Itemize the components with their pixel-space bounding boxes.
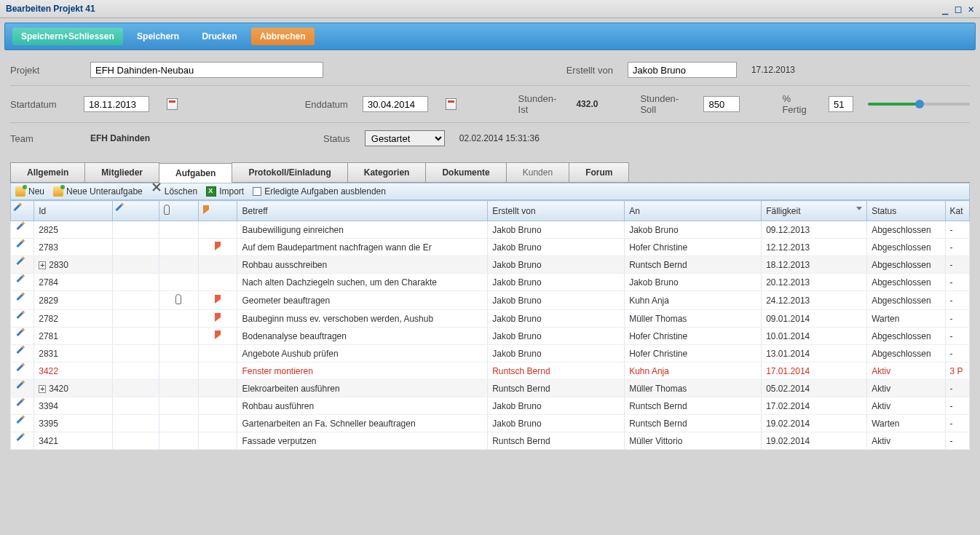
percent-slider[interactable] — [868, 103, 970, 106]
col-attachment-header[interactable] — [159, 201, 199, 221]
created-by-label: Erstellt von — [566, 65, 613, 76]
cell-due: 09.12.2013 — [762, 221, 867, 239]
col-von-header[interactable]: Erstellt von — [488, 201, 625, 221]
cell-kat: - — [945, 274, 969, 291]
task-grid: Id Betreff Erstellt von An Fälligkeit St… — [10, 200, 970, 450]
cell-due: 12.12.2013 — [762, 239, 867, 256]
tab-protokoll[interactable]: Protokoll/Einladung — [232, 162, 347, 182]
task-toolbar: Neu Neue Unteraufgabe Löschen Import Erl… — [10, 183, 970, 200]
import-button[interactable]: Import — [206, 186, 244, 197]
table-row[interactable]: 2783Auf dem Baudepartment nachfragen wan… — [11, 239, 970, 256]
pencil-icon[interactable] — [16, 293, 28, 306]
tab-dokumente[interactable]: Dokumente — [425, 162, 506, 182]
expand-icon[interactable]: + — [39, 261, 46, 269]
pencil-icon[interactable] — [16, 399, 28, 411]
cell-due: 13.01.2014 — [762, 345, 867, 362]
minimize-icon[interactable]: _ — [942, 3, 948, 15]
cell-due: 05.02.2014 — [762, 380, 867, 397]
table-row[interactable]: 2782Baubeginn muss ev. verschoben werden… — [11, 310, 970, 328]
new-task-button[interactable]: Neu — [15, 186, 44, 197]
table-row[interactable]: 3394Rohbau ausführenJakob BrunoRuntsch B… — [11, 397, 970, 415]
col-kat-header[interactable]: Kat — [945, 201, 969, 221]
cell-kat: - — [945, 380, 969, 397]
cell-id: 3422 — [34, 362, 112, 380]
col-edit-header[interactable] — [11, 201, 34, 221]
percent-input[interactable] — [829, 96, 853, 112]
pencil-icon[interactable] — [16, 240, 28, 253]
tabs: Allgemein Mitglieder Aufgaben Protokoll/… — [10, 162, 970, 183]
pencil-icon[interactable] — [16, 223, 28, 235]
pencil-icon[interactable] — [16, 416, 28, 429]
pencil-icon[interactable] — [16, 364, 28, 376]
tab-mitglieder[interactable]: Mitglieder — [84, 162, 159, 182]
close-icon[interactable]: ✕ — [968, 3, 974, 15]
cell-von: Jakob Bruno — [488, 310, 625, 328]
table-row[interactable]: +2830Rohbau ausschreibenJakob BrunoRunts… — [11, 256, 970, 274]
cell-betreff: Baubewilligung einreichen — [237, 221, 488, 239]
new-icon — [15, 186, 25, 197]
maximize-icon[interactable]: □ — [955, 3, 961, 15]
cell-betreff: Fenster montieren — [237, 362, 488, 380]
cell-kat: - — [945, 256, 969, 274]
calendar-icon[interactable] — [446, 98, 457, 110]
cell-id: 3394 — [34, 397, 112, 415]
pencil-icon[interactable] — [16, 434, 28, 446]
start-date-input[interactable] — [84, 96, 149, 112]
cell-id: 2784 — [34, 274, 112, 291]
save-button[interactable]: Speichern — [128, 28, 188, 45]
col-betreff-header[interactable]: Betreff — [237, 201, 488, 221]
titlebar: Bearbeiten Projekt 41 _ □ ✕ — [0, 0, 980, 18]
end-date-input[interactable] — [363, 96, 428, 112]
cell-kat: - — [945, 239, 969, 256]
cell-betreff: Rohbau ausführen — [237, 397, 488, 415]
pencil-icon — [115, 204, 127, 216]
calendar-icon[interactable] — [167, 98, 178, 110]
cell-due: 19.02.2014 — [762, 432, 867, 450]
col-flag-header[interactable] — [198, 201, 237, 221]
table-row[interactable]: +3420Elekroarbeiten ausführenRuntsch Ber… — [11, 380, 970, 397]
print-button[interactable]: Drucken — [193, 28, 245, 45]
created-by-input[interactable] — [628, 62, 737, 78]
col-id-header[interactable]: Id — [34, 201, 112, 221]
col-due-header[interactable]: Fälligkeit — [762, 201, 867, 221]
cell-von: Jakob Bruno — [488, 345, 625, 362]
col-edit2-header[interactable] — [112, 201, 159, 221]
pencil-icon[interactable] — [16, 312, 28, 324]
table-row[interactable]: 3421Fassade verputzenRuntsch BerndMüller… — [11, 432, 970, 450]
pencil-icon[interactable] — [16, 258, 28, 270]
cancel-button[interactable]: Abbrechen — [251, 28, 315, 45]
table-row[interactable]: 3395Gartenarbeiten an Fa. Schneller beau… — [11, 415, 970, 432]
delete-task-button[interactable]: Löschen — [151, 186, 197, 197]
col-an-header[interactable]: An — [625, 201, 762, 221]
tab-kunden[interactable]: Kunden — [506, 162, 569, 182]
new-subtask-button[interactable]: Neue Unteraufgabe — [53, 186, 143, 197]
project-input[interactable] — [90, 62, 323, 78]
tab-forum[interactable]: Forum — [569, 162, 629, 182]
table-row[interactable]: 2781Bodenanalyse beauftragenJakob BrunoH… — [11, 328, 970, 345]
cell-von: Jakob Bruno — [488, 239, 625, 256]
pencil-icon[interactable] — [16, 346, 28, 359]
table-row[interactable]: 3422Fenster montierenRuntsch BerndKuhn A… — [11, 362, 970, 380]
tab-kategorien[interactable]: Kategorien — [347, 162, 427, 182]
status-select[interactable]: Gestartet — [365, 130, 445, 146]
tab-allgemein[interactable]: Allgemein — [10, 162, 85, 182]
cell-due: 18.12.2013 — [762, 256, 867, 274]
cell-status: Abgeschlossen — [867, 256, 945, 274]
pencil-icon[interactable] — [16, 329, 28, 341]
hide-done-toggle[interactable]: Erledigte Aufgaben ausblenden — [253, 186, 386, 197]
cell-von: Runtsch Bernd — [488, 380, 625, 397]
flag-icon — [215, 295, 221, 304]
col-status-header[interactable]: Status — [867, 201, 945, 221]
start-date-label: Startdatum — [10, 99, 69, 110]
save-close-button[interactable]: Speichern+Schliessen — [12, 28, 123, 45]
table-row[interactable]: 2784Nach alten Dachziegeln suchen, um de… — [11, 274, 970, 291]
expand-icon[interactable]: + — [39, 385, 46, 393]
pencil-icon[interactable] — [16, 381, 28, 394]
tab-aufgaben[interactable]: Aufgaben — [159, 163, 232, 183]
hours-target-input[interactable] — [703, 96, 740, 112]
table-row[interactable]: 2825Baubewilligung einreichenJakob Bruno… — [11, 221, 970, 239]
pencil-icon[interactable] — [16, 275, 28, 288]
table-row[interactable]: 2829Geometer beauftragenJakob BrunoKuhn … — [11, 291, 970, 310]
table-row[interactable]: 2831Angebote Aushub prüfenJakob BrunoHof… — [11, 345, 970, 362]
cell-kat: - — [945, 397, 969, 415]
